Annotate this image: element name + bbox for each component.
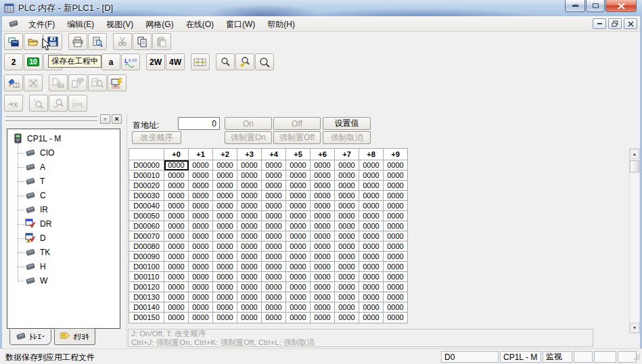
memory-cell[interactable]: 0000 — [262, 201, 286, 211]
memory-cell[interactable]: 0000 — [213, 221, 237, 231]
maximize-button[interactable] — [586, 0, 605, 12]
memory-cell[interactable]: 0000 — [286, 221, 311, 231]
memory-cell[interactable]: 0000 — [213, 170, 237, 181]
memory-cell[interactable]: 0000 — [335, 262, 359, 272]
memory-cell[interactable]: 0000 — [164, 242, 189, 252]
memory-cell[interactable]: 0000 — [286, 282, 311, 292]
memory-cell[interactable]: 0000 — [189, 160, 213, 170]
memory-cell[interactable]: 0000 — [262, 262, 286, 272]
memory-cell[interactable]: 0000 — [311, 292, 335, 302]
vertical-scrollbar[interactable]: ▲ ▼ — [629, 148, 640, 334]
memory-cell[interactable]: 0000 — [213, 181, 237, 191]
memory-cell[interactable]: 0000 — [189, 252, 213, 262]
memory-cell[interactable]: 0000 — [164, 201, 189, 211]
start-address-input[interactable] — [178, 117, 220, 130]
resize-grip[interactable] — [633, 351, 641, 363]
memory-cell[interactable]: 0000 — [335, 282, 359, 292]
memory-cell[interactable]: 0000 — [286, 191, 311, 201]
memory-cell[interactable]: 0000 — [384, 272, 408, 282]
memory-cell[interactable]: 0000 — [311, 252, 335, 262]
memory-cell[interactable]: 0000 — [213, 302, 237, 313]
memory-cell[interactable]: 0000 — [311, 170, 335, 181]
memory-cell[interactable]: 0000 — [286, 170, 311, 181]
cut-button[interactable] — [113, 33, 132, 50]
memory-cell[interactable]: 0000 — [262, 191, 286, 201]
memory-cell[interactable]: 0000 — [164, 211, 189, 221]
memory-cell[interactable]: 0000 — [213, 252, 237, 262]
four-word-button[interactable]: 4W — [166, 53, 185, 70]
memory-cell[interactable]: 0000 — [164, 252, 189, 262]
memory-cell[interactable]: 0000 — [335, 191, 359, 201]
memory-cell[interactable]: 0000 — [262, 313, 286, 323]
monitor-button[interactable]: rOrOn — [108, 74, 127, 91]
resize-columns-button[interactable] — [191, 53, 210, 70]
transfer-to-plc-button[interactable] — [49, 74, 68, 91]
memory-cell[interactable]: 0000 — [384, 262, 408, 272]
memory-cell[interactable]: 0000 — [164, 221, 189, 231]
memory-cell[interactable]: 0000 — [286, 231, 311, 242]
pane-grip[interactable] — [5, 120, 97, 122]
memory-cell[interactable]: 0000 — [237, 313, 262, 323]
memory-cell[interactable]: 0000 — [359, 302, 384, 313]
memory-cell[interactable]: 0000 — [262, 272, 286, 282]
address-view-button[interactable]: [D0]+ — [68, 95, 87, 112]
memory-cell[interactable]: 0000 — [335, 252, 359, 262]
memory-cell[interactable]: 0000 — [189, 191, 213, 201]
memory-cell[interactable]: 0000 — [286, 201, 311, 211]
memory-cell[interactable]: 0000 — [359, 262, 384, 272]
memory-cell[interactable]: 0000 — [237, 191, 262, 201]
compare-memory-button[interactable] — [88, 74, 107, 91]
memory-cell[interactable]: 0000 — [213, 191, 237, 201]
memory-cell[interactable]: 0000 — [286, 252, 311, 262]
memory-cell[interactable]: 0000 — [262, 252, 286, 262]
memory-cell[interactable]: 0000 — [335, 160, 359, 170]
scroll-down-icon[interactable]: ▼ — [630, 323, 639, 333]
menu-item-0[interactable]: 文件(F) — [22, 18, 61, 31]
force-on-view-button[interactable]: T — [29, 95, 48, 112]
off-button[interactable]: Off — [273, 117, 321, 130]
fill-memory-button[interactable] — [4, 74, 23, 91]
memory-cell[interactable]: 0000 — [189, 181, 213, 191]
memory-cell[interactable]: 0000 — [262, 160, 286, 170]
memory-cell[interactable]: 0000 — [335, 272, 359, 282]
memory-cell[interactable]: 0000 — [213, 242, 237, 252]
memory-cell[interactable]: 0000 — [335, 313, 359, 323]
title-bar[interactable]: PLC 内存 - 新PLC1 - [D] — [0, 0, 642, 16]
binary-button[interactable]: 2 — [4, 53, 23, 70]
memory-cell[interactable]: 0000 — [359, 272, 384, 282]
menu-item-6[interactable]: 帮助(H) — [261, 18, 301, 31]
memory-cell[interactable]: 0000 — [164, 272, 189, 282]
forced-set-button[interactable]: x — [4, 95, 23, 112]
reorder-button[interactable]: 改变顺序 — [132, 131, 181, 144]
memory-cell[interactable]: 0000 — [262, 170, 286, 181]
signed-decimal-button[interactable]: 10 — [24, 53, 43, 70]
memory-cell[interactable]: 0000 — [213, 160, 237, 170]
memory-cell[interactable]: 0000 — [237, 272, 262, 282]
memory-cell[interactable]: 0000 — [189, 313, 213, 323]
memory-cell[interactable]: 0000 — [213, 313, 237, 323]
tab-address[interactable]: ｵﾘﾖｷ — [54, 328, 95, 345]
trend-log-button[interactable]: L0·10 — [121, 53, 140, 70]
memory-cell[interactable]: 0000 — [286, 160, 311, 170]
on-button[interactable]: On — [225, 117, 272, 130]
force-on-button[interactable]: 强制置On — [225, 131, 272, 144]
memory-cell[interactable]: 0000 — [189, 272, 213, 282]
memory-cell[interactable]: 0000 — [335, 292, 359, 302]
memory-cell[interactable]: 0000 — [262, 211, 286, 221]
memory-cell[interactable]: 0000 — [384, 242, 408, 252]
memory-cell[interactable]: 0000 — [164, 302, 189, 313]
memory-cell[interactable]: 0000 — [335, 231, 359, 242]
memory-cell[interactable]: 0000 — [164, 160, 189, 170]
memory-cell[interactable]: 0000 — [384, 252, 408, 262]
memory-cell[interactable]: 0000 — [384, 191, 408, 201]
memory-cell[interactable]: 0000 — [237, 181, 262, 191]
save-button[interactable] — [43, 33, 62, 50]
pane-dropdown-button[interactable]: ▼ — [100, 114, 110, 124]
print-button[interactable] — [68, 33, 87, 50]
memory-cell[interactable]: 0000 — [213, 231, 237, 242]
memory-cell[interactable]: 0000 — [164, 313, 189, 323]
memory-cell[interactable]: 0000 — [189, 262, 213, 272]
paste-button[interactable] — [152, 33, 171, 50]
memory-cell[interactable]: 0000 — [335, 170, 359, 181]
menu-item-5[interactable]: 窗口(W) — [220, 18, 261, 31]
